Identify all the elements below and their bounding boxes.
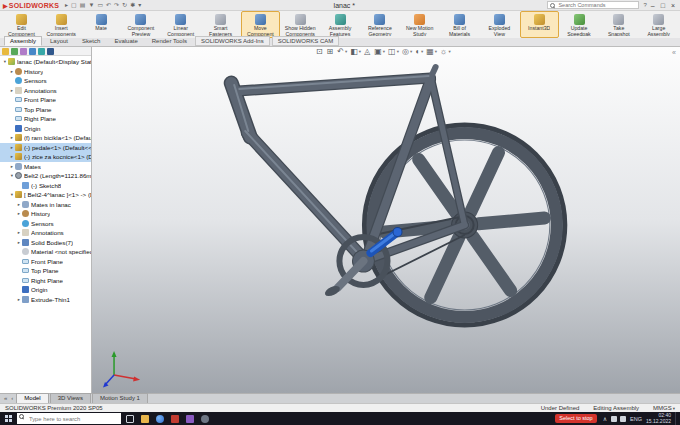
mate-button[interactable]: Mate [82,11,121,38]
new-motion-study-button[interactable]: New Motion Study [400,11,439,38]
settings-icon[interactable] [198,412,211,425]
show-hidden-components-button[interactable]: Show Hidden Components [281,11,320,38]
media-player-icon[interactable] [183,412,196,425]
feature-tree-item[interactable]: ▸ Annotations [0,86,91,96]
exploded-view-button[interactable]: Exploded View [480,11,519,38]
language-indicator[interactable]: ENG [630,416,642,422]
smart-fasteners-button[interactable]: Smart Fasteners [201,11,240,38]
move-component-button[interactable]: Move Component [241,11,280,38]
displaymanager-tab-icon[interactable] [38,48,45,55]
doc-tab-3d-views[interactable]: 3D Views [50,393,91,403]
component-preview-window-button[interactable]: Component Preview Window [121,11,160,38]
view-settings-icon[interactable]: ☼▾ [440,48,451,56]
recording-stop-button[interactable]: Select to stop [555,414,596,424]
network-icon[interactable] [611,416,617,422]
task-view-icon[interactable] [123,412,136,425]
feature-tree-item[interactable]: ▸ History [0,209,91,219]
insert-components-button[interactable]: Insert Components [42,11,81,38]
feature-tree-item[interactable]: ▾ Belt2 (Length=1121.86mm) [0,171,91,181]
save-icon[interactable]: ▼ [88,2,94,8]
feature-tree-item[interactable]: Front Plane [0,95,91,105]
configurationmanager-tab-icon[interactable] [20,48,27,55]
help-icon[interactable]: ? [643,2,646,8]
file-explorer-icon[interactable] [138,412,151,425]
feature-tree-item[interactable]: Sensors [0,76,91,86]
feature-tree-item[interactable]: Right Plane [0,276,91,286]
apply-scene-icon[interactable]: ▦▾ [426,48,437,56]
command-search-input[interactable] [548,2,618,8]
feature-tree-item[interactable]: Top Plane [0,105,91,115]
zoom-to-area-icon[interactable]: ⊞ [327,48,335,56]
hidden-icons-caret[interactable]: ∧ [603,415,607,422]
feature-tree-item[interactable]: ▸ Solid Bodies(7) [0,238,91,248]
taskbar-search[interactable] [17,413,121,424]
tab-render-tools[interactable]: Render Tools [146,36,193,46]
doc-tab-model[interactable]: Model [16,393,48,403]
reference-geometry-button[interactable]: Reference Geometry [360,11,399,38]
tab-evaluate[interactable]: Evaluate [108,36,143,46]
featuremanager-tab-icon[interactable] [2,48,9,55]
tab-sketch[interactable]: Sketch [76,36,106,46]
tab-scroll-right-icon[interactable]: ‹ [9,394,15,403]
solidworks-icon[interactable] [168,412,181,425]
dimxpertmanager-tab-icon[interactable] [29,48,36,55]
feature-tree-item[interactable]: ▸ Mates [0,162,91,172]
open-document-icon[interactable]: ▤ [80,2,86,8]
minimize-button[interactable]: – [651,2,655,9]
print-icon[interactable]: ▭ [97,2,103,8]
previous-view-icon[interactable]: ↶▾ [337,48,347,56]
edit-appearance-icon[interactable]: ◐▾ [415,48,423,56]
redo-icon[interactable]: ↷ [114,2,119,8]
show-desktop-button[interactable] [675,412,677,425]
feature-tree-item[interactable]: Front Plane [0,257,91,267]
assembly-features-button[interactable]: Assembly Features [321,11,360,38]
feature-tree-item[interactable]: ▸ Extrude-Thin1 [0,295,91,305]
feature-tree-item[interactable]: ▾ [ Belt2-4^lanac ]<1> -> (Default<... [0,190,91,200]
tab-scroll-left-icon[interactable]: « [2,394,9,403]
bill-of-materials-button[interactable]: Bill of Materials [440,11,479,38]
linear-component-pattern-button[interactable]: Linear Component Pattern [161,11,200,38]
feature-tree-item[interactable]: ▸ History [0,67,91,77]
large-assembly-settings-button[interactable]: Large Assembly Settings [639,11,678,38]
feature-tree-item[interactable]: Sensors [0,219,91,229]
browser-icon[interactable] [153,412,166,425]
feature-tree-item[interactable]: ▸ Annotations [0,228,91,238]
propertymanager-tab-icon[interactable] [11,48,18,55]
taskpane-collapse-icon[interactable]: « [672,49,676,56]
hide-show-items-icon[interactable]: ◎▾ [402,48,412,56]
update-speedpak-button[interactable]: Update Speedpak [560,11,599,38]
view-orientation-icon[interactable]: ▣▾ [374,48,385,56]
tab-assembly[interactable]: Assembly [4,36,42,46]
dynamic-annotation-views-icon[interactable]: ◬ [364,48,371,56]
feature-tree-item[interactable]: ▸ (-) pedale<1> (Default<<Default>_... [0,143,91,153]
display-style-icon[interactable]: ◫▾ [388,48,399,56]
volume-icon[interactable] [620,416,626,422]
options-icon[interactable]: ✱ [130,2,135,8]
command-search[interactable] [547,1,639,9]
cam-tree-tab-icon[interactable] [47,48,54,55]
zoom-to-fit-icon[interactable]: ⊡ [316,48,324,56]
doc-tab-motion-study-1[interactable]: Motion Study 1 [92,393,148,403]
edit-component-button[interactable]: Edit Component [2,11,41,38]
rebuild-icon[interactable]: ↻ [122,2,127,8]
tab-layout[interactable]: Layout [44,36,74,46]
maximize-button[interactable]: □ [661,2,665,9]
section-view-icon[interactable]: ◧▾ [350,48,361,56]
menu-expand-icon[interactable]: ▸ [65,2,68,8]
tab-solidworks-cam[interactable]: SOLIDWORKS CAM [272,36,340,46]
close-button[interactable]: × [671,2,675,9]
feature-tree-item[interactable]: ▸ Mates in lanac [0,200,91,210]
tab-solidworks-add-ins[interactable]: SOLIDWORKS Add-Ins [195,36,270,46]
start-button[interactable] [0,412,17,425]
instant3d-button[interactable]: Instant3D [520,11,559,38]
taskbar-clock[interactable]: 02:40 15.12.2022 [646,413,671,424]
take-snapshot-button[interactable]: Take Snapshot [599,11,638,38]
feature-tree-item[interactable]: (-) Sketch8 [0,181,91,191]
undo-icon[interactable]: ↶ [106,2,111,8]
graphics-area[interactable]: ⊡ ⊞ ↶▾ ◧▾ ◬ [92,47,680,393]
taskbar-search-input[interactable] [17,415,105,423]
new-document-icon[interactable]: ▢ [71,2,77,8]
feature-tree-item[interactable]: Origin [0,124,91,134]
feature-tree-item[interactable]: ▾ lanac (Default<Display State-1>) [0,57,91,67]
feature-tree-item[interactable]: ▸ (-) zice za kocnice<1> (Default<<... [0,152,91,162]
